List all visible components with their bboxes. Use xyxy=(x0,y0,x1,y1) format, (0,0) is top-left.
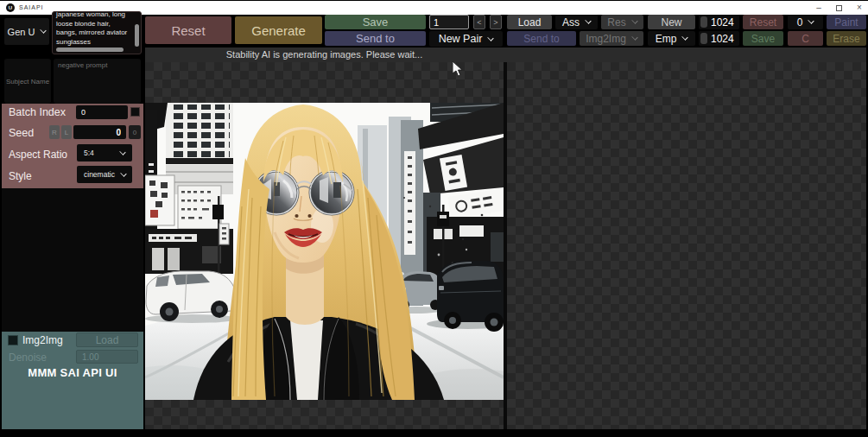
new-pair-dropdown[interactable]: New Pair xyxy=(429,31,503,47)
chevron-down-icon xyxy=(488,35,494,41)
prompt-vscrollbar[interactable] xyxy=(135,24,139,47)
ass-dropdown[interactable]: Ass xyxy=(555,15,598,29)
width-value: 1024 xyxy=(711,16,734,28)
generated-image[interactable] xyxy=(145,103,504,400)
new-button[interactable]: New xyxy=(648,15,695,29)
img2img-load-button[interactable]: Load xyxy=(76,332,138,347)
send-to-button[interactable]: Send to xyxy=(325,31,426,46)
prev-image-button[interactable]: < xyxy=(473,15,485,29)
chevron-down-icon xyxy=(120,170,126,176)
chevron-down-icon xyxy=(631,17,637,23)
aspect-ratio-label: Aspect Ratio xyxy=(9,149,67,161)
app-title: SAIAPI xyxy=(19,4,44,10)
zero-label: 0 xyxy=(797,16,803,28)
sidebar-spacer xyxy=(2,188,143,332)
status-bar: Stability AI is generating images. Pleas… xyxy=(145,48,866,62)
load-button[interactable]: Load xyxy=(507,15,552,29)
reset-button[interactable]: Reset xyxy=(145,16,231,44)
c-button[interactable]: C xyxy=(788,31,823,46)
aspect-ratio-dropdown[interactable]: 5:4 xyxy=(77,144,132,162)
chevron-down-icon xyxy=(41,27,47,33)
res-label: Res xyxy=(607,16,625,28)
img2img-panel: Img2Img Load Denoise MMM SAI API UI xyxy=(2,332,143,429)
seed-last-button[interactable]: L xyxy=(61,125,72,139)
save-2-button[interactable]: Save xyxy=(743,31,783,46)
ass-label: Ass xyxy=(562,16,580,28)
subject-name-input[interactable]: Subject Name xyxy=(4,59,51,104)
status-message: Stability AI is generating images. Pleas… xyxy=(145,49,504,60)
send-to-2-button[interactable]: Send to xyxy=(507,31,576,46)
app-name-title: MMM SAI API UI xyxy=(2,366,143,379)
chevron-down-icon xyxy=(119,149,125,155)
minimize-button[interactable]: – xyxy=(810,1,827,15)
width-input[interactable]: 1024 xyxy=(699,15,739,29)
style-label: Style xyxy=(9,170,32,182)
chevron-down-icon xyxy=(585,17,591,23)
emp-dropdown[interactable]: Emp xyxy=(648,31,695,46)
emp-label: Emp xyxy=(656,33,677,45)
seed-input[interactable] xyxy=(73,125,126,139)
res-dropdown[interactable]: Res xyxy=(601,15,643,29)
style-dropdown[interactable]: cinematic xyxy=(77,166,132,183)
denoise-label: Denoise xyxy=(9,352,47,364)
app-logo-icon: U xyxy=(6,3,15,12)
paint-button[interactable]: Paint xyxy=(827,15,866,29)
settings-panel: Batch Index Seed R L 0 Aspect Ratio 5:4 … xyxy=(2,104,143,188)
next-image-button[interactable]: > xyxy=(490,15,502,29)
reset-2-button[interactable]: Reset xyxy=(743,15,783,29)
seed-aux-button[interactable]: 0 xyxy=(129,125,141,139)
negative-prompt-placeholder: negative prompt xyxy=(58,61,107,69)
img2img-dropdown[interactable]: Img2Img xyxy=(580,31,643,46)
close-button[interactable]: × xyxy=(851,1,868,15)
batch-index-checkbox[interactable] xyxy=(130,107,140,117)
height-input-handle[interactable] xyxy=(700,33,707,44)
chevron-down-icon xyxy=(808,17,814,23)
generated-image-art xyxy=(145,103,504,400)
generate-button[interactable]: Generate xyxy=(235,16,322,44)
image-index-input[interactable] xyxy=(429,15,469,29)
seed-random-button[interactable]: R xyxy=(49,125,60,139)
chevron-down-icon xyxy=(631,34,637,40)
gen-mode-dropdown[interactable]: Gen U xyxy=(4,18,49,45)
chevron-down-icon xyxy=(682,34,688,40)
gen-mode-label: Gen U xyxy=(8,27,35,37)
height-value: 1024 xyxy=(711,33,734,45)
subject-name-placeholder: Subject Name xyxy=(6,77,49,86)
prompt-hscrollbar[interactable] xyxy=(56,48,124,52)
batch-index-label: Batch Index xyxy=(9,106,66,118)
batch-index-input[interactable] xyxy=(76,105,128,119)
prompt-text: japanese woman, long loose blonde hair, … xyxy=(56,11,132,47)
width-input-handle[interactable] xyxy=(700,16,707,28)
erase-button[interactable]: Erase xyxy=(827,31,866,46)
img2img-checkbox[interactable] xyxy=(8,335,18,345)
aspect-ratio-value: 5:4 xyxy=(84,149,94,157)
new-pair-label: New Pair xyxy=(439,33,483,45)
img2img-dd-label: Img2Img xyxy=(586,33,626,45)
prompt-input[interactable]: japanese woman, long loose blonde hair, … xyxy=(52,11,142,54)
maximize-button[interactable] xyxy=(836,5,842,11)
save-button[interactable]: Save xyxy=(325,15,426,29)
negative-prompt-input[interactable]: negative prompt xyxy=(54,59,141,104)
canvas-right[interactable] xyxy=(507,62,866,429)
denoise-input[interactable] xyxy=(76,350,138,364)
style-value: cinematic xyxy=(84,170,115,179)
seed-label: Seed xyxy=(9,127,34,139)
mouse-cursor xyxy=(452,60,463,77)
zero-dropdown[interactable]: 0 xyxy=(788,15,823,29)
height-input[interactable]: 1024 xyxy=(699,31,739,46)
img2img-label: Img2Img xyxy=(22,334,63,346)
